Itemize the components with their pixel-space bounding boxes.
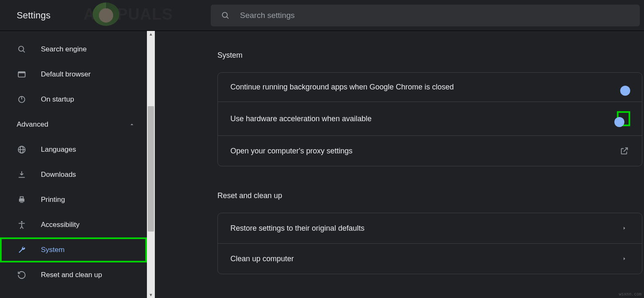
watermark-text: wsxnn.com	[619, 292, 641, 296]
sidebar-item-reset[interactable]: Reset and clean up	[0, 262, 147, 288]
sidebar-scrollbar[interactable]: ▲ ▼	[147, 31, 155, 298]
globe-icon	[17, 145, 27, 155]
row-label: Use hardware acceleration when available	[230, 115, 371, 123]
svg-rect-11	[19, 177, 25, 178]
svg-point-0	[222, 12, 227, 17]
wrench-icon	[17, 245, 27, 255]
page-title: Settings	[17, 10, 51, 21]
browser-icon	[17, 69, 27, 79]
search-icon	[221, 11, 230, 20]
row-label: Clean up computer	[230, 255, 294, 263]
search-input[interactable]	[240, 11, 630, 20]
sidebar-item-downloads[interactable]: Downloads	[0, 162, 147, 187]
row-label: Restore settings to their original defau…	[230, 224, 364, 233]
scroll-up-icon[interactable]: ▲	[147, 32, 155, 36]
row-background-apps[interactable]: Continue running background apps when Go…	[218, 73, 642, 102]
sidebar-item-label: Reset and clean up	[41, 271, 102, 279]
row-proxy-settings[interactable]: Open your computer's proxy settings	[218, 135, 642, 166]
svg-rect-14	[20, 201, 23, 203]
svg-rect-5	[18, 72, 25, 74]
row-restore-defaults[interactable]: Restore settings to their original defau…	[218, 213, 642, 243]
chevron-right-icon	[619, 223, 629, 233]
sidebar-item-system[interactable]: System	[0, 237, 147, 262]
system-card: Continue running background apps when Go…	[217, 72, 642, 166]
sidebar-item-label: Advanced	[17, 120, 48, 129]
sidebar-item-label: System	[41, 246, 65, 254]
row-label: Open your computer's proxy settings	[230, 147, 353, 155]
sidebar-advanced-header[interactable]: Advanced	[0, 112, 147, 137]
watermark-logo: A PUALS	[83, 3, 173, 26]
chevron-up-icon	[129, 121, 135, 128]
row-label: Continue running background apps when Go…	[230, 83, 454, 92]
accessibility-icon	[17, 220, 27, 230]
sidebar-item-label: On startup	[41, 95, 74, 104]
svg-point-15	[21, 221, 23, 223]
sidebar-item-languages[interactable]: Languages	[0, 137, 147, 162]
external-link-icon	[619, 146, 629, 156]
toggle-hardware-accel-wrap	[618, 112, 629, 125]
sidebar-item-accessibility[interactable]: Accessibility	[0, 212, 147, 237]
sidebar-item-label: Downloads	[41, 171, 76, 179]
sidebar-item-on-startup[interactable]: On startup	[0, 87, 147, 112]
appearance-icon	[17, 31, 27, 37]
power-icon	[17, 94, 27, 104]
printer-icon	[17, 195, 27, 205]
svg-point-2	[19, 46, 24, 51]
sidebar-item-printing[interactable]: Printing	[0, 187, 147, 212]
search-icon	[17, 44, 27, 54]
sidebar-item-label: Accessibility	[41, 221, 80, 229]
row-clean-up[interactable]: Clean up computer	[218, 243, 642, 274]
svg-line-3	[23, 51, 25, 52]
restore-icon	[17, 270, 27, 280]
download-icon	[17, 170, 27, 180]
sidebar-item-default-browser[interactable]: Default browser	[0, 62, 147, 87]
sidebar-item-label: Printing	[41, 196, 65, 204]
scroll-down-icon[interactable]: ▼	[147, 293, 155, 297]
search-settings-box[interactable]	[211, 5, 640, 26]
svg-rect-13	[20, 197, 23, 199]
sidebar-item-label: Default browser	[41, 70, 91, 79]
svg-line-1	[227, 16, 228, 18]
sidebar-item-search-engine[interactable]: Search engine	[0, 37, 147, 62]
section-title-system: System	[217, 51, 641, 60]
chevron-right-icon	[619, 254, 629, 264]
scroll-thumb[interactable]	[148, 106, 154, 232]
app-header: Settings A PUALS	[0, 0, 644, 31]
row-hardware-accel[interactable]: Use hardware acceleration when available	[218, 102, 642, 135]
sidebar-item-label: Search engine	[41, 45, 87, 53]
reset-card: Restore settings to their original defau…	[217, 213, 642, 274]
sidebar-item-appearance[interactable]	[0, 31, 147, 37]
sidebar-item-label: Languages	[41, 145, 76, 154]
section-title-reset: Reset and clean up	[217, 191, 641, 200]
sidebar: Search engine Default browser On startup…	[0, 31, 155, 298]
main-content: System Continue running background apps …	[155, 31, 644, 298]
